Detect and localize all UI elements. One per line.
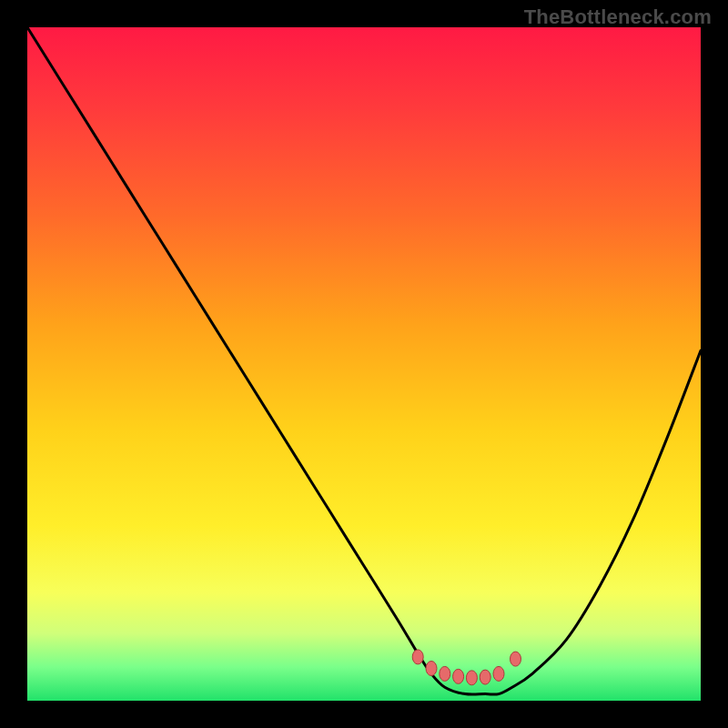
marker-point [440, 666, 450, 681]
bottleneck-curve [27, 27, 701, 694]
watermark-label: TheBottleneck.com [524, 5, 712, 29]
marker-point [412, 650, 423, 664]
marker-point [453, 669, 464, 683]
chart-plot-area [27, 27, 701, 701]
marker-point [426, 661, 437, 675]
marker-point [511, 652, 521, 666]
chart-overlay-svg [27, 27, 701, 701]
marker-group [412, 650, 521, 685]
marker-point [480, 670, 490, 684]
marker-point [466, 671, 477, 685]
marker-point [493, 666, 504, 681]
